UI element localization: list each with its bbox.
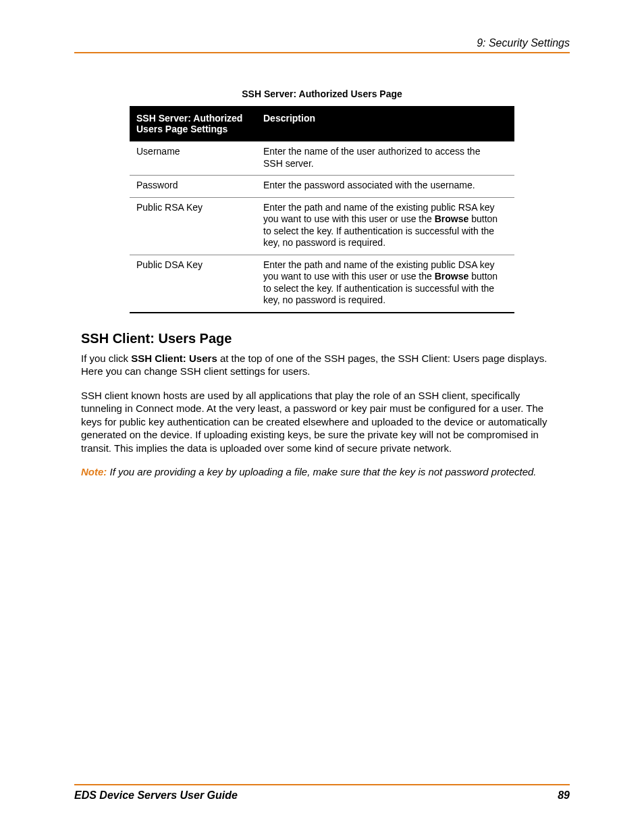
table-caption: SSH Server: Authorized Users Page: [81, 88, 563, 99]
setting-name: Public DSA Key: [130, 255, 257, 313]
footer-rule: [74, 784, 570, 785]
note-paragraph: Note: If you are providing a key by uplo…: [81, 465, 563, 479]
setting-name: Public RSA Key: [130, 197, 257, 255]
note-label: Note:: [81, 466, 107, 477]
setting-name: Username: [130, 142, 257, 176]
body-paragraph: SSH client known hosts are used by all a…: [81, 389, 563, 455]
section-heading: SSH Client: Users Page: [81, 331, 563, 346]
setting-desc: Enter the path and name of the existing …: [257, 197, 514, 255]
table-head-setting: SSH Server: Authorized Users Page Settin…: [130, 107, 257, 142]
table-row: Password Enter the password associated w…: [130, 176, 514, 198]
setting-desc: Enter the path and name of the existing …: [257, 255, 514, 313]
running-header: 9: Security Settings: [74, 37, 570, 49]
setting-name: Password: [130, 176, 257, 198]
table-head-description: Description: [257, 107, 514, 142]
page-number: 89: [558, 789, 570, 802]
table-row: Public DSA Key Enter the path and name o…: [130, 255, 514, 313]
setting-desc: Enter the password associated with the u…: [257, 176, 514, 198]
footer-title: EDS Device Servers User Guide: [74, 789, 238, 802]
table-row: Username Enter the name of the user auth…: [130, 142, 514, 176]
settings-table: SSH Server: Authorized Users Page Settin…: [130, 106, 514, 313]
table-row: Public RSA Key Enter the path and name o…: [130, 197, 514, 255]
header-rule: [74, 52, 570, 53]
setting-desc: Enter the name of the user authorized to…: [257, 142, 514, 176]
intro-paragraph: If you click SSH Client: Users at the to…: [81, 352, 563, 378]
